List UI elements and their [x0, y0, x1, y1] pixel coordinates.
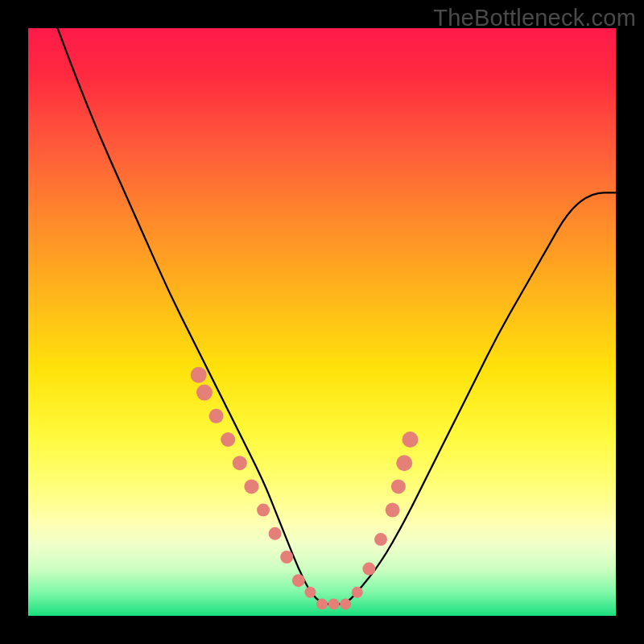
marker-dot	[316, 598, 328, 609]
marker-dot	[328, 598, 340, 609]
marker-dot	[304, 587, 316, 598]
chart-svg	[28, 28, 616, 616]
marker-dot	[257, 504, 270, 517]
marker-dot	[209, 409, 224, 423]
marker-dot	[386, 503, 400, 518]
marker-dot	[402, 431, 419, 448]
marker-dot	[396, 455, 412, 471]
marker-dot	[233, 456, 247, 470]
marker-dot	[352, 587, 363, 598]
plot-area	[28, 28, 616, 616]
marker-dot	[244, 479, 258, 493]
marker-dot	[362, 563, 375, 576]
marker-dot	[280, 551, 293, 564]
marker-dot	[391, 479, 406, 493]
marker-dot	[196, 385, 213, 401]
marker-dot	[191, 367, 207, 383]
bottleneck-curve	[58, 28, 617, 604]
marker-dot	[292, 574, 305, 587]
marker-dot	[340, 598, 351, 609]
marker-dot	[374, 533, 387, 546]
chart-frame: TheBottleneck.com	[0, 0, 644, 644]
marker-dot	[221, 432, 235, 447]
marker-dot	[269, 527, 282, 540]
